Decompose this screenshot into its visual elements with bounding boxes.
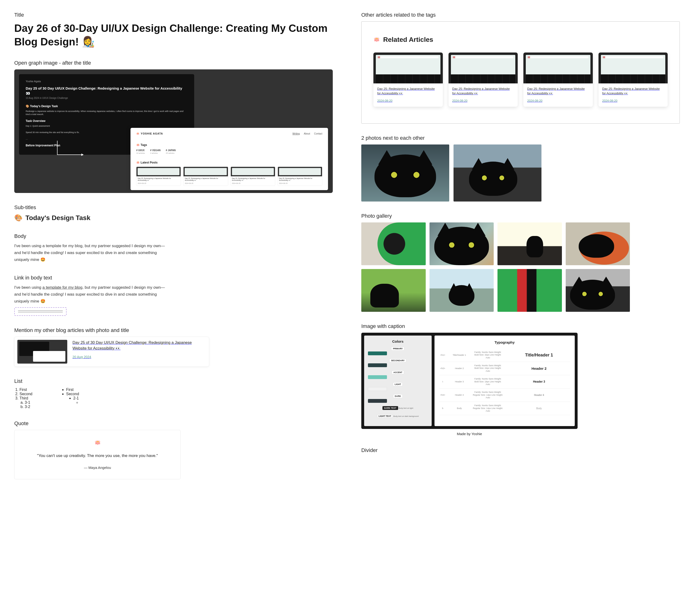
photo xyxy=(361,223,426,265)
list-item: First xyxy=(66,388,81,392)
figure-with-caption: Colors PRIMARY SECONDARY ACCENT LIGHT DA… xyxy=(361,333,578,436)
label-title: Title xyxy=(14,12,333,18)
body-text: I've been using a template for my blog, … xyxy=(14,243,166,263)
list-item xyxy=(80,400,81,405)
related-card[interactable]: Day 25: Redesigning a Japanese Website f… xyxy=(449,53,518,107)
ref-thumbnail xyxy=(17,340,67,364)
ordered-list: First Second Third 3-1 3-2 xyxy=(14,388,32,409)
og-latest-label: 🪷 Latest Posts xyxy=(136,161,322,164)
og-preview: Yoshie Agata Day 25 of 30 Day UI/UX Desi… xyxy=(14,69,333,193)
related-card[interactable]: Day 25: Redesigning a Japanese Website f… xyxy=(373,53,443,107)
og-task-heading: 🎨 Today's Design Task xyxy=(26,105,188,108)
related-heading: Related Articles xyxy=(383,36,433,44)
mini-card: Day 25: Redesigning a Japanese Website f… xyxy=(230,166,275,186)
quote-card: 🪷 "You can't use up creativity. The more… xyxy=(14,430,181,479)
ref-title: Day 25 of 30 Day UI/UX Design Challenge:… xyxy=(73,340,206,351)
label-list: List xyxy=(14,378,333,384)
list-item: 3-2 xyxy=(25,405,32,409)
photo xyxy=(566,269,630,312)
body-link[interactable]: a template for my blog xyxy=(43,285,82,290)
photo xyxy=(429,269,494,312)
label-ref: Mention my other blog articles with phot… xyxy=(14,327,333,333)
link-preview-placeholder xyxy=(14,307,67,316)
list-item: Second 2-1 xyxy=(66,392,81,405)
label-link: Link in body text xyxy=(14,275,333,281)
related-articles-panel: 🪷 Related Articles Day 25: Redesigning a… xyxy=(361,21,680,124)
mini-card: Day 25: Redesigning a Japanese Website f… xyxy=(136,166,181,186)
palette-icon: 🎨 xyxy=(14,214,23,222)
list-item: Second xyxy=(20,392,32,396)
list-item: Third 3-1 3-2 xyxy=(20,396,32,409)
og-author: Yoshie Agata xyxy=(26,80,188,83)
related-card[interactable]: Day 25: Redesigning a Japanese Website f… xyxy=(523,53,593,107)
og-article-title: Day 25 of 30 Day UI/UX Design Challenge:… xyxy=(26,86,188,96)
photo xyxy=(361,145,449,202)
og-nav: Writing About Contact xyxy=(289,132,322,135)
related-card[interactable]: Day 25: Redesigning a Japanese Website f… xyxy=(599,53,668,107)
photo xyxy=(429,223,494,265)
og-plan1: Day 1: Quick assessment xyxy=(26,125,188,128)
photo xyxy=(566,223,630,265)
label-body: Body xyxy=(14,233,333,239)
list-item: 2-1 xyxy=(73,396,81,405)
list-item: First xyxy=(20,388,32,392)
page-title: Day 26 of 30-Day UI/UX Design Challenge:… xyxy=(14,21,333,49)
body-text-with-link: I've been using a template for my blog, … xyxy=(14,284,166,305)
photo xyxy=(361,269,426,312)
photo-pair xyxy=(361,145,680,202)
mini-card: Day 25: Redesigning a Japanese Website f… xyxy=(278,166,322,186)
og-meta: 13 Aug 2024 in UI/UX Design Challenge xyxy=(26,97,188,99)
figure-caption: Made by Yoshie xyxy=(361,432,578,436)
og-paragraph: Redesign a Japanese website to improve i… xyxy=(26,110,188,116)
photo xyxy=(453,145,542,202)
figure-right-panel: Typography <h1>Title/Header 1Family: Nun… xyxy=(434,336,575,426)
list-item: 3-1 xyxy=(25,400,32,405)
label-gallery: Photo gallery xyxy=(361,213,680,219)
subtitle: 🎨 Today's Design Task xyxy=(14,214,333,222)
ref-date: 20 Aug 2024 xyxy=(73,355,206,359)
figure-left-panel: Colors PRIMARY SECONDARY ACCENT LIGHT DA… xyxy=(364,336,432,426)
label-quote: Quote xyxy=(14,420,333,426)
photo xyxy=(498,269,562,312)
tag-item: # VEGAN2 articles xyxy=(150,149,161,154)
unordered-list: First Second 2-1 xyxy=(61,388,81,409)
article-reference-card[interactable]: Day 25 of 30 Day UI/UX Design Challenge:… xyxy=(14,337,209,367)
tag-item: # JAPAN25 articles xyxy=(166,149,176,154)
photo xyxy=(498,223,562,265)
label-related: Other articles related to the tags xyxy=(361,12,680,18)
photo-gallery xyxy=(361,223,630,312)
og-white-card: 🪷 YOSHIE AGATA Writing About Contact 🪷 T… xyxy=(130,128,328,190)
lists: First Second Third 3-1 3-2 First Second … xyxy=(14,388,333,409)
quote-text: "You can't use up creativity. The more y… xyxy=(26,452,169,459)
label-caption: Image with caption xyxy=(361,323,680,329)
arrow-icon xyxy=(57,141,83,155)
label-og: Open graph image - after the title xyxy=(14,60,333,66)
label-divider: Divider xyxy=(361,447,680,454)
mini-card: Day 25: Redesigning a Japanese Website f… xyxy=(183,166,228,186)
lotus-icon: 🪷 xyxy=(373,36,380,43)
og-overview: Task Overview xyxy=(26,119,188,123)
label-two-photos: 2 photos next to each other xyxy=(361,135,680,141)
quote-author: — Maya Angelou xyxy=(26,466,169,470)
og-logo: 🪷 YOSHIE AGATA xyxy=(136,132,163,135)
og-tags-label: 🪷 Tags xyxy=(136,143,322,147)
lotus-icon: 🪷 xyxy=(26,440,169,446)
label-subtitles: Sub-titles xyxy=(14,204,333,211)
tag-item: # UI/UX10 articles xyxy=(136,149,145,154)
